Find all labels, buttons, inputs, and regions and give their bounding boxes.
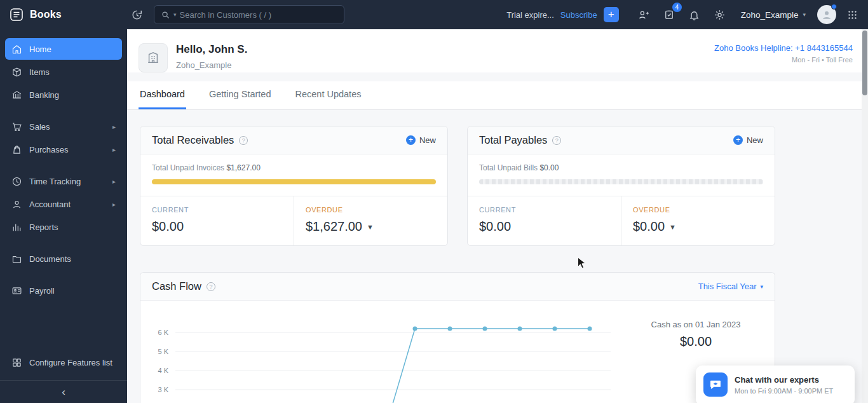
user-avatar[interactable] — [817, 5, 836, 24]
sidebar-item-reports[interactable]: Reports — [5, 216, 122, 238]
refer-users-icon[interactable] — [634, 5, 653, 24]
purchases-icon — [11, 144, 22, 155]
card-title: Total Receivables — [152, 134, 234, 146]
org-subtitle: Zoho_Example — [176, 60, 247, 70]
unpaid-invoices-amount: $1,627.00 — [226, 163, 260, 172]
tab-getting-started[interactable]: Getting Started — [208, 81, 273, 109]
sidebar-item-documents[interactable]: Documents — [5, 248, 122, 270]
brand-name: Books — [30, 9, 62, 20]
brand[interactable]: Books — [0, 7, 127, 22]
new-bill-button[interactable]: + New — [733, 135, 763, 145]
sidebar-item-time-tracking[interactable]: Time Tracking ▸ — [5, 170, 122, 192]
notification-badge: 4 — [672, 3, 682, 12]
org-selector-label: Zoho_Example — [741, 10, 799, 20]
scrollbar-thumb[interactable] — [862, 31, 867, 95]
sidebar-item-payroll[interactable]: Payroll — [5, 280, 122, 301]
trial-text: Trial expire... — [506, 10, 554, 20]
search-icon — [161, 10, 170, 20]
quick-create-button[interactable]: + — [604, 7, 619, 22]
bell-icon[interactable] — [685, 5, 704, 24]
svg-text:4 K: 4 K — [158, 367, 168, 374]
sidebar-item-label: Home — [29, 44, 51, 54]
configure-features-label: Configure Features list — [29, 358, 112, 367]
chat-bubble-icon — [703, 372, 728, 397]
scrollbar-track[interactable] — [862, 29, 868, 403]
announcements-icon[interactable]: 4 — [660, 5, 679, 24]
subscribe-link[interactable]: Subscribe — [560, 10, 597, 20]
svg-text:5 K: 5 K — [158, 348, 168, 355]
new-invoice-button[interactable]: + New — [406, 135, 436, 145]
sidebar-item-banking[interactable]: Banking — [5, 84, 122, 106]
sidebar-item-home[interactable]: Home — [5, 38, 122, 60]
plus-icon: + — [733, 135, 743, 145]
sidebar-item-purchases[interactable]: Purchases ▸ — [5, 139, 122, 160]
sales-icon — [11, 121, 22, 132]
org-selector[interactable]: Zoho_Example ▾ — [736, 10, 811, 20]
sidebar-collapse-button[interactable]: ‹ — [0, 380, 127, 403]
accountant-icon — [11, 199, 22, 210]
documents-icon — [11, 254, 22, 264]
help-icon[interactable]: ? — [552, 136, 561, 145]
svg-text:6 K: 6 K — [158, 329, 168, 336]
overdue-amount: $1,627.00 — [306, 219, 362, 234]
sidebar-item-label: Accountant — [29, 200, 71, 209]
sidebar-item-accountant[interactable]: Accountant ▸ — [5, 193, 122, 215]
avatar-status-dot — [831, 4, 837, 10]
receivables-progress-bar — [152, 179, 436, 184]
cashflow-chart: 6 K5 K4 K3 K — [140, 301, 617, 403]
expand-arrow-icon: ▸ — [112, 146, 116, 153]
overdue-amount: $0.00 — [633, 219, 665, 234]
help-icon[interactable]: ? — [207, 282, 215, 291]
overdue-dropdown-icon[interactable]: ▼ — [669, 223, 676, 231]
total-receivables-card: Total Receivables ? + New Total Unpaid I… — [140, 126, 448, 246]
banking-icon — [11, 90, 22, 100]
chevron-down-icon: ▾ — [760, 283, 763, 290]
sidebar-nav: Home Items Banking Sales ▸ Purchases ▸ — [0, 29, 127, 351]
unpaid-bills-amount: $0.00 — [539, 163, 559, 172]
payroll-icon — [11, 285, 22, 296]
chat-widget[interactable]: Chat with our experts Mon to Fri 9:00AM … — [696, 365, 855, 403]
unpaid-invoices-line: Total Unpaid Invoices $1,627.00 — [152, 163, 436, 172]
fiscal-year-selector[interactable]: This Fiscal Year ▾ — [698, 282, 763, 291]
unpaid-bills-line: Total Unpaid Bills $0.00 — [479, 163, 763, 172]
search-scope-chevron-icon[interactable]: ▾ — [173, 11, 177, 18]
global-search[interactable]: ▾ — [154, 5, 344, 24]
sidebar-item-label: Time Tracking — [29, 177, 81, 186]
payables-progress-bar — [479, 179, 763, 184]
configure-features-icon — [11, 357, 22, 368]
current-amount: $0.00 — [152, 219, 184, 234]
sidebar-item-items[interactable]: Items — [5, 61, 122, 83]
help-icon[interactable]: ? — [239, 136, 248, 145]
current-label: CURRENT — [152, 206, 282, 214]
card-title: Cash Flow — [152, 280, 201, 292]
apps-grid-icon[interactable] — [843, 5, 862, 24]
current-label: CURRENT — [479, 206, 609, 214]
overdue-dropdown-icon[interactable]: ▼ — [367, 223, 374, 231]
search-input[interactable] — [180, 10, 337, 20]
sidebar-item-label: Payroll — [29, 286, 55, 296]
cash-flow-card: Cash Flow ? This Fiscal Year ▾ 6 K5 K4 K… — [140, 272, 775, 403]
overdue-label: OVERDUE — [306, 206, 436, 214]
sidebar-item-sales[interactable]: Sales ▸ — [5, 116, 122, 137]
helpline-link[interactable]: Zoho Books Helpline: +1 8443165544 — [714, 43, 853, 53]
sidebar-item-label: Banking — [29, 90, 59, 100]
chat-title: Chat with our experts — [735, 375, 833, 385]
total-payables-card: Total Payables ? + New Total Unpaid Bill… — [467, 126, 775, 246]
recent-activity-icon[interactable] — [127, 5, 146, 24]
cash-as-on-value: $0.00 — [617, 334, 775, 349]
cash-flow-chart-area: 6 K5 K4 K3 K — [140, 301, 617, 403]
sidebar-item-label: Purchases — [29, 145, 68, 154]
sidebar-item-label: Items — [29, 67, 50, 77]
sidebar-item-label: Sales — [29, 122, 50, 132]
expand-arrow-icon: ▸ — [112, 123, 116, 130]
tab-dashboard[interactable]: Dashboard — [139, 81, 186, 109]
settings-gear-icon[interactable] — [710, 5, 729, 24]
main-content: Hello, John S. Zoho_Example Zoho Books H… — [127, 29, 868, 403]
sidebar-item-configure-features[interactable]: Configure Features list — [5, 351, 122, 374]
page-title: Hello, John S. — [176, 43, 247, 56]
current-amount: $0.00 — [479, 219, 511, 234]
items-icon — [11, 67, 22, 78]
helpline-hours: Mon - Fri • Toll Free — [714, 56, 853, 64]
tab-recent-updates[interactable]: Recent Updates — [294, 81, 362, 109]
expand-arrow-icon: ▸ — [112, 178, 116, 185]
